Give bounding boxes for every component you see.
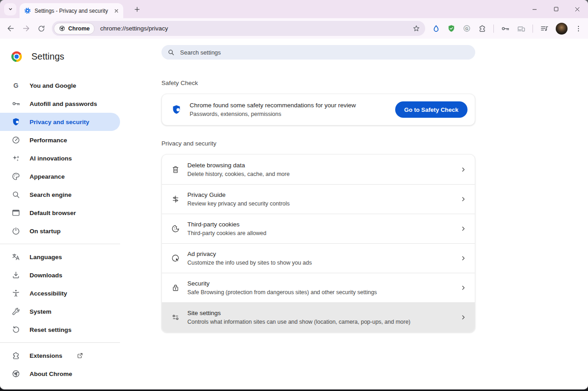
chrome-logo-outline-icon [11, 369, 20, 378]
browser-window: Settings - Privacy and security [0, 0, 588, 389]
sidebar-divider [0, 244, 120, 244]
bookmark-star-icon[interactable] [412, 24, 421, 33]
lock-icon [171, 283, 180, 292]
sidebar-item-downloads[interactable]: Downloads [0, 266, 120, 284]
close-button[interactable] [567, 0, 588, 18]
svg-text:G: G [13, 82, 18, 89]
window-controls [524, 0, 588, 18]
settings-page: Settings G You and Google Autofill and p… [0, 39, 588, 389]
extensions-puzzle-icon[interactable] [478, 24, 487, 33]
safety-check-title: Chrome found some safety recommendations… [190, 102, 356, 109]
tab-search-button[interactable] [4, 3, 16, 15]
g-extension-icon[interactable]: G [462, 24, 471, 33]
sidebar-item-languages[interactable]: Languages [0, 248, 120, 266]
sidebar-item-default-browser[interactable]: Default browser [0, 204, 120, 222]
speedometer-icon [11, 135, 20, 145]
chevron-right-icon [459, 165, 467, 174]
search-input[interactable] [179, 49, 469, 56]
sidebar-item-ai-innovations[interactable]: AI innovations [0, 149, 120, 167]
new-tab-button[interactable] [131, 3, 143, 15]
sidebar-item-label: Downloads [30, 272, 62, 279]
sidebar-item-reset-settings[interactable]: Reset settings [0, 321, 120, 339]
sidebar-item-performance[interactable]: Performance [0, 131, 120, 149]
chevron-down-icon [7, 5, 14, 13]
row-title: Privacy Guide [187, 191, 459, 198]
row-privacy-guide[interactable]: Privacy Guide Review key privacy and sec… [162, 184, 475, 214]
devices-icon[interactable] [517, 24, 526, 33]
safety-check-section-label: Safety Check [161, 80, 475, 86]
sidebar-item-autofill[interactable]: Autofill and passwords [0, 95, 120, 113]
shield-check-extension-icon[interactable] [447, 24, 456, 33]
row-site-settings[interactable]: Site settings Controls what information … [162, 302, 475, 332]
site-settings-icon [171, 313, 180, 322]
search-icon [11, 190, 20, 199]
palette-icon [11, 172, 20, 181]
sparkles-icon [11, 154, 20, 163]
row-text: Third-party cookies Third-party cookies … [187, 216, 459, 241]
tab-strip: Settings - Privacy and security [0, 0, 588, 18]
settings-main: Safety Check Chrome found some safety re… [161, 39, 475, 389]
safety-check-text: Chrome found some safety recommendations… [190, 102, 356, 117]
sidebar-item-extensions[interactable]: Extensions [0, 346, 120, 365]
sidebar-item-about-chrome[interactable]: About Chrome [0, 365, 120, 383]
sidebar-item-system[interactable]: System [0, 302, 120, 321]
sidebar-item-label: System [30, 308, 51, 315]
sidebar-item-you-and-google[interactable]: G You and Google [0, 76, 120, 95]
sidebar-item-appearance[interactable]: Appearance [0, 167, 120, 185]
passwords-key-icon[interactable] [501, 24, 510, 33]
settings-sidebar: Settings G You and Google Autofill and p… [0, 39, 132, 389]
sidebar-item-label: Accessibility [30, 290, 67, 297]
sidebar-item-label: Autofill and passwords [30, 100, 97, 107]
site-chip-label: Chrome [68, 25, 90, 32]
sidebar-item-label: You and Google [30, 82, 76, 89]
back-icon[interactable] [3, 21, 18, 36]
chevron-right-icon [459, 225, 467, 233]
sidebar-item-accessibility[interactable]: Accessibility [0, 284, 120, 302]
chrome-logo-grayscale-icon [59, 25, 65, 32]
address-bar[interactable]: Chrome chrome://settings/privacy [52, 21, 425, 36]
sidebar-item-label: Reset settings [30, 326, 71, 333]
profile-avatar[interactable] [556, 23, 568, 35]
ad-privacy-icon [171, 254, 180, 263]
row-third-party-cookies[interactable]: Third-party cookies Third-party cookies … [162, 214, 475, 243]
row-subtitle: Review key privacy and security controls [187, 201, 459, 207]
water-drop-extension-icon[interactable] [432, 25, 440, 33]
sidebar-item-label: Search engine [30, 191, 71, 198]
sidebar-item-on-startup[interactable]: On startup [0, 222, 120, 240]
sidebar-item-label: Languages [30, 254, 62, 261]
site-chip[interactable]: Chrome [54, 23, 95, 35]
sidebar-item-search-engine[interactable]: Search engine [0, 185, 120, 204]
forward-icon[interactable] [18, 21, 34, 36]
browser-window-icon [11, 208, 20, 217]
cookie-icon [171, 224, 180, 233]
row-delete-browsing-data[interactable]: Delete browsing data Delete history, coo… [162, 155, 475, 184]
browser-toolbar: Chrome chrome://settings/privacy G [0, 18, 588, 39]
maximize-button[interactable] [545, 0, 567, 18]
tab-close-icon[interactable] [112, 7, 121, 15]
browser-tab[interactable]: Settings - Privacy and security [20, 3, 123, 18]
sidebar-item-label: Extensions [30, 352, 62, 359]
tab-title: Settings - Privacy and security [35, 8, 112, 14]
sidebar-item-label: AI innovations [30, 155, 72, 162]
reload-icon[interactable] [34, 21, 49, 36]
menu-dots-icon[interactable] [574, 25, 583, 33]
translate-icon [11, 252, 20, 261]
url-text[interactable]: chrome://settings/privacy [100, 25, 412, 32]
search-icon [167, 49, 175, 56]
row-subtitle: Third-party cookies are allowed [187, 230, 459, 236]
minimize-button[interactable] [524, 0, 545, 18]
privacy-guide-icon [171, 195, 180, 204]
sidebar-item-label: On startup [30, 228, 60, 235]
row-security[interactable]: Security Safe Browsing (protection from … [162, 273, 475, 302]
toolbar-separator [533, 25, 533, 33]
media-playlist-icon[interactable] [540, 24, 549, 33]
safety-check-card: Chrome found some safety recommendations… [161, 94, 475, 125]
page-title: Settings [31, 51, 64, 62]
search-settings-box[interactable] [161, 45, 475, 60]
power-icon [11, 226, 20, 236]
go-to-safety-check-button[interactable]: Go to Safety Check [395, 101, 467, 118]
settings-header: Settings [0, 46, 132, 66]
google-g-icon: G [11, 81, 20, 90]
sidebar-item-privacy-security[interactable]: Privacy and security [0, 113, 120, 131]
row-ad-privacy[interactable]: Ad privacy Customize the info used by si… [162, 243, 475, 273]
